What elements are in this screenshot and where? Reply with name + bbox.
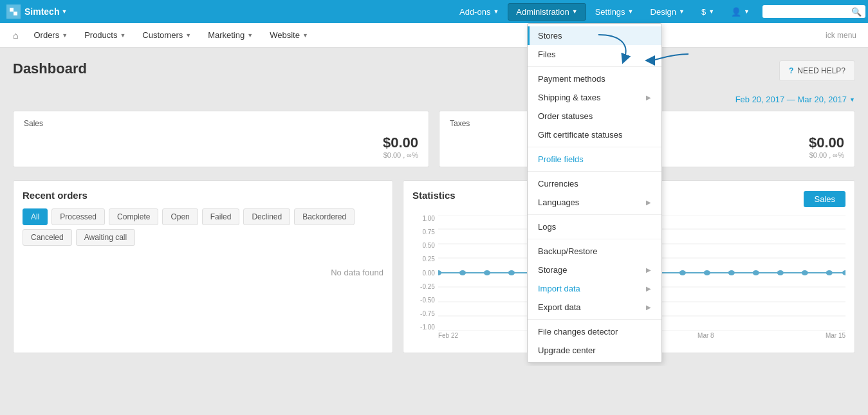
svg-point-27 <box>802 270 808 275</box>
dropdown-divider-3 <box>528 171 661 172</box>
dropdown-item-file-changes-detector[interactable]: File changes detector <box>528 322 661 341</box>
dropdown-item-import-data[interactable]: Import data ▶ <box>528 279 661 298</box>
need-help-banner[interactable]: ? NEED HELP? <box>779 60 855 81</box>
x-label-0: Feb 22 <box>438 332 458 344</box>
dropdown-item-payment-methods[interactable]: Payment methods <box>528 69 661 88</box>
dropdown-divider-1 <box>528 66 661 67</box>
topnav-user[interactable]: 👤 ▼ <box>723 4 757 20</box>
y-label-5: -0.25 <box>412 283 438 290</box>
svg-point-26 <box>777 270 784 275</box>
dropdown-item-storage[interactable]: Storage ▶ <box>528 261 661 279</box>
dropdown-item-currencies[interactable]: Currencies <box>528 174 661 193</box>
administration-dropdown: Stores Files Payment methods Shipping & … <box>527 23 662 363</box>
filter-btn-processed[interactable]: Processed <box>51 208 105 225</box>
svg-point-28 <box>826 270 833 275</box>
svg-point-12 <box>438 270 441 275</box>
y-label-4: 0.00 <box>412 270 438 277</box>
brand-icon <box>6 5 21 19</box>
statistics-title: Statistics <box>412 190 456 201</box>
sales-card-value: $0.00 <box>24 134 418 151</box>
svg-rect-1 <box>14 12 17 15</box>
svg-point-15 <box>508 270 515 275</box>
dropdown-item-export-data[interactable]: Export data ▶ <box>528 298 661 317</box>
y-label-0: 1.00 <box>412 215 438 222</box>
dropdown-divider-4 <box>528 214 661 215</box>
dropdown-item-languages[interactable]: Languages ▶ <box>528 193 661 212</box>
dropdown-item-gift-certificate-statuses[interactable]: Gift certificate statuses <box>528 125 661 144</box>
filter-btn-complete[interactable]: Complete <box>109 208 158 225</box>
bottom-row: Recent orders All Processed Complete Ope… <box>13 180 855 353</box>
brand-logo[interactable]: Simtech ▼ <box>6 5 67 19</box>
summary-cards: Sales $0.00 $0.00 , ∞% Taxes $0.00 $0.00… <box>13 111 855 167</box>
filter-btn-backordered[interactable]: Backordered <box>294 208 355 225</box>
storage-arrow: ▶ <box>646 266 651 273</box>
topnav-administration[interactable]: Administration ▼ <box>508 3 586 21</box>
dropdown-divider-5 <box>528 239 661 239</box>
filter-btn-declined[interactable]: Declined <box>243 208 290 225</box>
no-data-message: No data found <box>23 255 383 290</box>
y-label-7: -0.75 <box>412 310 438 317</box>
filter-btn-open[interactable]: Open <box>162 208 198 225</box>
secondnav-orders[interactable]: Orders ▼ <box>26 26 75 44</box>
home-button[interactable]: ⌂ <box>6 26 24 44</box>
dropdown-item-logs[interactable]: Logs <box>528 217 661 236</box>
secondnav-marketing[interactable]: Marketing ▼ <box>200 26 261 44</box>
dropdown-item-files[interactable]: Files <box>528 45 661 64</box>
topnav-addons[interactable]: Add-ons ▼ <box>452 4 506 20</box>
dropdown-item-backup-restore[interactable]: Backup/Restore <box>528 242 661 261</box>
svg-point-13 <box>459 270 466 275</box>
chart-y-labels: 1.00 0.75 0.50 0.25 0.00 -0.25 -0.50 -0.… <box>412 215 438 331</box>
svg-point-14 <box>484 270 490 275</box>
date-range-picker[interactable]: Feb 20, 2017 — Mar 20, 2017 ▼ <box>735 95 855 104</box>
svg-rect-0 <box>10 8 14 12</box>
dropdown-item-stores[interactable]: Stores <box>528 26 661 45</box>
languages-arrow: ▶ <box>646 199 651 206</box>
quick-menu-label: ick menu <box>826 31 856 40</box>
dashboard-header: Dashboard ? NEED HELP? Feb 20, 2017 — Ma… <box>13 60 855 104</box>
svg-point-22 <box>679 270 686 275</box>
filter-btn-canceled[interactable]: Canceled <box>23 229 72 246</box>
dropdown-divider-2 <box>528 147 661 147</box>
main-content: Dashboard ? NEED HELP? Feb 20, 2017 — Ma… <box>0 48 868 366</box>
x-label-2: Mar 8 <box>697 332 714 344</box>
topnav-design[interactable]: Design ▼ <box>643 4 692 20</box>
filter-btn-all[interactable]: All <box>23 208 48 225</box>
y-label-1: 0.75 <box>412 228 438 235</box>
import-data-arrow: ▶ <box>646 285 651 292</box>
search-icon[interactable]: 🔍 <box>851 7 862 17</box>
topnav-settings[interactable]: Settings ▼ <box>587 4 642 20</box>
filter-btn-awaiting[interactable]: Awaiting call <box>76 229 135 246</box>
y-label-6: -0.50 <box>412 297 438 304</box>
dropdown-item-order-statuses[interactable]: Order statuses <box>528 107 661 125</box>
dropdown-item-upgrade-center[interactable]: Upgrade center <box>528 341 661 360</box>
top-nav-search-area: 🔍 <box>762 5 862 18</box>
dropdown-item-profile-fields[interactable]: Profile fields <box>528 150 661 169</box>
sales-card-title: Sales <box>24 119 418 128</box>
second-nav: ⌂ Orders ▼ Products ▼ Customers ▼ Market… <box>0 23 868 48</box>
y-label-3: 0.25 <box>412 255 438 263</box>
search-input[interactable] <box>762 5 865 18</box>
recent-orders-title: Recent orders <box>23 190 383 201</box>
page-title: Dashboard <box>13 60 87 77</box>
statistics-sales-button[interactable]: Sales <box>804 191 845 207</box>
y-label-2: 0.50 <box>412 242 438 249</box>
svg-point-24 <box>728 270 735 275</box>
secondnav-products[interactable]: Products ▼ <box>77 26 133 44</box>
order-filter-buttons: All Processed Complete Open Failed Decli… <box>23 208 383 246</box>
sales-card-sub: $0.00 , ∞% <box>24 151 418 159</box>
sales-card: Sales $0.00 $0.00 , ∞% <box>13 111 429 167</box>
secondnav-customers[interactable]: Customers ▼ <box>134 26 199 44</box>
brand-caret: ▼ <box>61 8 67 15</box>
dropdown-divider-6 <box>528 319 661 320</box>
topnav-currency[interactable]: $ ▼ <box>694 4 722 20</box>
shipping-taxes-arrow: ▶ <box>646 94 651 101</box>
svg-point-25 <box>753 270 759 275</box>
dropdown-item-shipping-taxes[interactable]: Shipping & taxes ▶ <box>528 88 661 107</box>
y-label-8: -1.00 <box>412 324 438 331</box>
help-icon: ? <box>789 66 793 75</box>
secondnav-website[interactable]: Website ▼ <box>262 26 316 44</box>
svg-point-23 <box>704 270 710 275</box>
svg-point-29 <box>842 270 845 275</box>
x-label-3: Mar 15 <box>826 332 845 344</box>
filter-btn-failed[interactable]: Failed <box>202 208 240 225</box>
